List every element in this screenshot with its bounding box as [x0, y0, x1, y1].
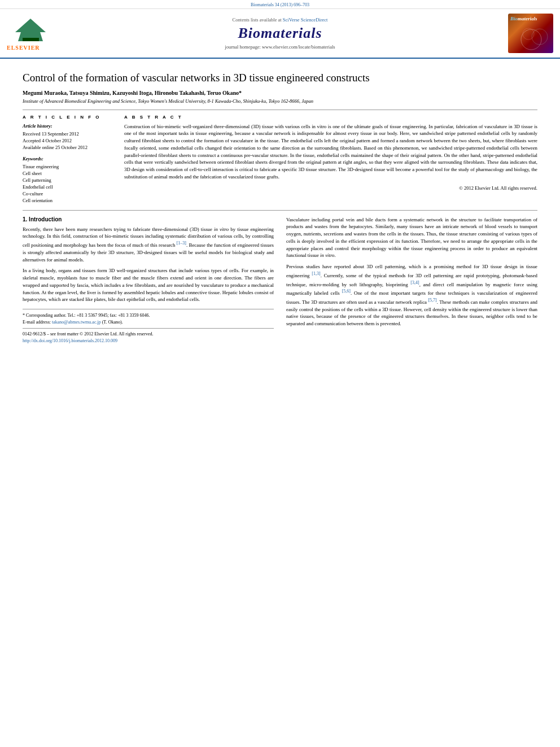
- available-online-date: Available online 25 October 2012: [23, 145, 113, 150]
- homepage-url: journal homepage: www.elsevier.com/locat…: [69, 44, 491, 50]
- svg-rect-2: [23, 38, 39, 41]
- svg-point-4: [532, 29, 548, 45]
- info-abstract-section: A R T I C L E I N F O Article history: R…: [23, 115, 537, 204]
- divider-1: [23, 110, 537, 110]
- section-1-para-2: In a living body, organs and tissues for…: [23, 267, 274, 303]
- section-1-title: 1. Introduction: [23, 216, 274, 222]
- doi-link[interactable]: http://dx.doi.org/10.1016/j.biomaterials…: [23, 338, 274, 343]
- section-1-para-3: Vasculature including portal vein and bi…: [286, 216, 537, 260]
- keyword-4: Endothelial cell: [23, 184, 113, 190]
- issn-line: 0142-9612/$ – see front matter © 2012 El…: [23, 331, 274, 337]
- authors: Megumi Muraoka, Tatsuya Shimizu, Kazuyos…: [23, 90, 537, 96]
- keyword-5: Co-culture: [23, 191, 113, 196]
- keyword-3: Cell patterning: [23, 177, 113, 183]
- svg-point-3: [521, 29, 541, 50]
- abstract-col: A B S T R A C T Construction of bio-mime…: [124, 115, 537, 204]
- corresponding-author: * Corresponding author. Tel.: +81 3 5367…: [23, 313, 274, 318]
- history-label: Article history:: [23, 123, 113, 129]
- article-title: Control of the formation of vascular net…: [23, 71, 537, 85]
- cover-text: Biomaterials: [510, 16, 537, 22]
- body-section: 1. Introduction Recently, there have bee…: [23, 216, 537, 343]
- elsevier-wordmark: ELSEVIER: [7, 45, 40, 51]
- keyword-6: Cell orientation: [23, 198, 113, 203]
- sciverse-line: Contents lists available at SciVerse Sci…: [69, 17, 491, 23]
- copyright: © 2012 Elsevier Ltd. All rights reserved…: [124, 185, 537, 191]
- keywords-label: Keywords:: [23, 156, 113, 161]
- keyword-2: Cell sheet: [23, 171, 113, 176]
- cover-art: [520, 25, 551, 51]
- divider-2: [23, 210, 537, 211]
- elsevier-logo-svg: [7, 16, 55, 43]
- email-line: E-mail address: takano@abmes.twmu.ac.jp …: [23, 320, 274, 325]
- journal-cover-image: Biomaterials: [491, 14, 553, 53]
- journal-banner: ELSEVIER Contents lists available at Sci…: [0, 9, 560, 59]
- publisher-logo-area: ELSEVIER: [7, 16, 69, 51]
- body-col-right: Vasculature including portal vein and bi…: [286, 216, 537, 343]
- sciverse-link[interactable]: SciVerse ScienceDirect: [283, 17, 328, 23]
- section-1-para-4: Previous studies have reported about 3D …: [286, 263, 537, 327]
- section-1-para-1: Recently, there have been many researche…: [23, 226, 274, 264]
- keyword-1: Tissue engineering: [23, 164, 113, 169]
- received-date: Received 13 September 2012: [23, 131, 113, 137]
- journal-name: Biomaterials: [69, 25, 491, 42]
- accepted-date: Accepted 4 October 2012: [23, 138, 113, 143]
- elsevier-logo: ELSEVIER: [7, 16, 69, 51]
- body-col-left: 1. Introduction Recently, there have bee…: [23, 216, 274, 343]
- article-content: Control of the formation of vascular net…: [0, 59, 560, 355]
- footnote-area: * Corresponding author. Tel.: +81 3 5367…: [23, 309, 274, 343]
- affiliation: Institute of Advanced Biomedical Enginee…: [23, 98, 537, 104]
- abstract-text: Construction of bio-mimetic well-organiz…: [124, 123, 537, 181]
- article-info-heading: A R T I C L E I N F O: [23, 115, 113, 120]
- article-info-col: A R T I C L E I N F O Article history: R…: [23, 115, 113, 204]
- journal-citation-bar: Biomaterials 34 (2013) 696–703: [0, 0, 560, 9]
- abstract-heading: A B S T R A C T: [124, 115, 537, 120]
- journal-title-area: Contents lists available at SciVerse Sci…: [69, 17, 491, 50]
- email-link[interactable]: takano@abmes.twmu.ac.jp: [52, 320, 101, 325]
- journal-cover: Biomaterials: [508, 14, 553, 53]
- journal-citation: Biomaterials 34 (2013) 696–703: [251, 2, 309, 7]
